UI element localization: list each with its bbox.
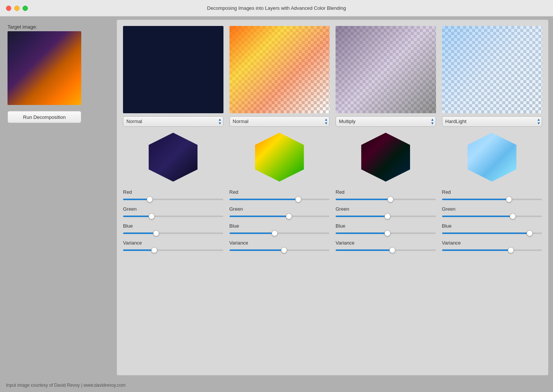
- blend-mode-select-4[interactable]: NormalMultiplyScreenOverlayHardLightSoft…: [442, 116, 542, 127]
- footer: Input image courtesy of David Revoy | ww…: [0, 378, 553, 392]
- layer-column-4: NormalMultiplyScreenOverlayHardLightSoft…: [442, 26, 542, 252]
- layer-preview-3: [336, 26, 436, 113]
- layers-grid: NormalMultiplyScreenOverlayHardLightSoft…: [123, 26, 542, 252]
- target-image: [8, 31, 81, 105]
- color-hexagon-1: [149, 133, 198, 182]
- target-image-placeholder: [8, 31, 81, 105]
- variance-slider-section-1: Variance: [123, 239, 223, 252]
- variance-label-4: Variance: [442, 240, 542, 246]
- red-slider-section-3: Red: [336, 188, 436, 202]
- blue-slider-section-2: Blue: [229, 222, 330, 236]
- blue-slider-2[interactable]: [229, 232, 330, 234]
- green-slider-section-4: Green: [442, 205, 542, 219]
- main-area: Target image: Run Decomposition NormalMu…: [0, 17, 553, 378]
- hex-container-2: [229, 130, 330, 185]
- red-slider-section-4: Red: [442, 188, 542, 202]
- green-label-4: Green: [442, 206, 542, 212]
- color-hexagon-2: [255, 133, 304, 182]
- window-title: Decomposing Images into Layers with Adva…: [207, 5, 346, 11]
- layer-preview-1: [123, 26, 223, 113]
- blend-mode-select-3[interactable]: NormalMultiplyScreenOverlayHardLightSoft…: [336, 116, 436, 127]
- blend-select-wrapper-1: NormalMultiplyScreenOverlayHardLightSoft…: [123, 116, 223, 127]
- green-slider-2[interactable]: [229, 216, 330, 217]
- green-slider-section-2: Green: [229, 205, 330, 219]
- traffic-lights: [6, 6, 28, 11]
- variance-slider-section-3: Variance: [336, 239, 436, 252]
- variance-slider-section-2: Variance: [229, 239, 330, 252]
- red-slider-section-1: Red: [123, 188, 223, 202]
- red-label-1: Red: [123, 189, 223, 195]
- layer-preview-2: [229, 26, 330, 113]
- layer-column-1: NormalMultiplyScreenOverlayHardLightSoft…: [123, 26, 223, 252]
- blue-slider-section-4: Blue: [442, 222, 542, 236]
- sidebar: Target image: Run Decomposition: [0, 17, 117, 378]
- title-bar: Decomposing Images into Layers with Adva…: [0, 0, 553, 17]
- variance-slider-2[interactable]: [229, 249, 330, 251]
- run-decomposition-button[interactable]: Run Decomposition: [8, 111, 81, 123]
- red-slider-1[interactable]: [123, 199, 223, 200]
- color-hexagon-3: [361, 133, 410, 182]
- blue-label-2: Blue: [229, 223, 330, 229]
- layer-column-2: NormalMultiplyScreenOverlayHardLightSoft…: [229, 26, 330, 252]
- blend-mode-select-1[interactable]: NormalMultiplyScreenOverlayHardLightSoft…: [123, 116, 223, 127]
- red-label-3: Red: [336, 189, 436, 195]
- blue-label-1: Blue: [123, 223, 223, 229]
- blue-label-4: Blue: [442, 223, 542, 229]
- hex-container-3: [336, 130, 436, 185]
- maximize-button[interactable]: [23, 6, 28, 11]
- red-slider-4[interactable]: [442, 199, 542, 200]
- red-label-2: Red: [229, 189, 330, 195]
- red-slider-section-2: Red: [229, 188, 330, 202]
- blue-label-3: Blue: [336, 223, 436, 229]
- variance-slider-section-4: Variance: [442, 239, 542, 252]
- variance-slider-3[interactable]: [336, 249, 436, 251]
- blue-slider-section-1: Blue: [123, 222, 223, 236]
- green-slider-3[interactable]: [336, 216, 436, 217]
- blend-select-wrapper-4: NormalMultiplyScreenOverlayHardLightSoft…: [442, 116, 542, 127]
- blend-mode-select-2[interactable]: NormalMultiplyScreenOverlayHardLightSoft…: [229, 116, 330, 127]
- green-slider-section-1: Green: [123, 205, 223, 219]
- blue-slider-3[interactable]: [336, 232, 436, 234]
- blend-select-wrapper-2: NormalMultiplyScreenOverlayHardLightSoft…: [229, 116, 330, 127]
- blue-slider-section-3: Blue: [336, 222, 436, 236]
- hex-container-1: [123, 130, 223, 185]
- green-slider-4[interactable]: [442, 216, 542, 217]
- green-label-3: Green: [336, 206, 436, 212]
- green-slider-section-3: Green: [336, 205, 436, 219]
- variance-label-2: Variance: [229, 240, 330, 246]
- variance-slider-1[interactable]: [123, 249, 223, 251]
- hex-container-4: [442, 130, 542, 185]
- blue-slider-4[interactable]: [442, 232, 542, 234]
- blend-select-wrapper-3: NormalMultiplyScreenOverlayHardLightSoft…: [336, 116, 436, 127]
- layer-column-3: NormalMultiplyScreenOverlayHardLightSoft…: [336, 26, 436, 252]
- green-label-1: Green: [123, 206, 223, 212]
- variance-label-3: Variance: [336, 240, 436, 246]
- blue-slider-1[interactable]: [123, 232, 223, 234]
- red-slider-3[interactable]: [336, 199, 436, 200]
- target-image-label: Target image:: [8, 24, 109, 30]
- variance-slider-4[interactable]: [442, 249, 542, 251]
- green-slider-1[interactable]: [123, 216, 223, 217]
- color-hexagon-4: [468, 133, 517, 182]
- red-label-4: Red: [442, 189, 542, 195]
- minimize-button[interactable]: [14, 6, 20, 11]
- variance-label-1: Variance: [123, 240, 223, 246]
- green-label-2: Green: [229, 206, 330, 212]
- content-area: NormalMultiplyScreenOverlayHardLightSoft…: [117, 20, 548, 375]
- close-button[interactable]: [6, 6, 11, 11]
- red-slider-2[interactable]: [229, 199, 330, 200]
- layer-preview-4: [442, 26, 542, 113]
- footer-text: Input image courtesy of David Revoy | ww…: [6, 383, 126, 388]
